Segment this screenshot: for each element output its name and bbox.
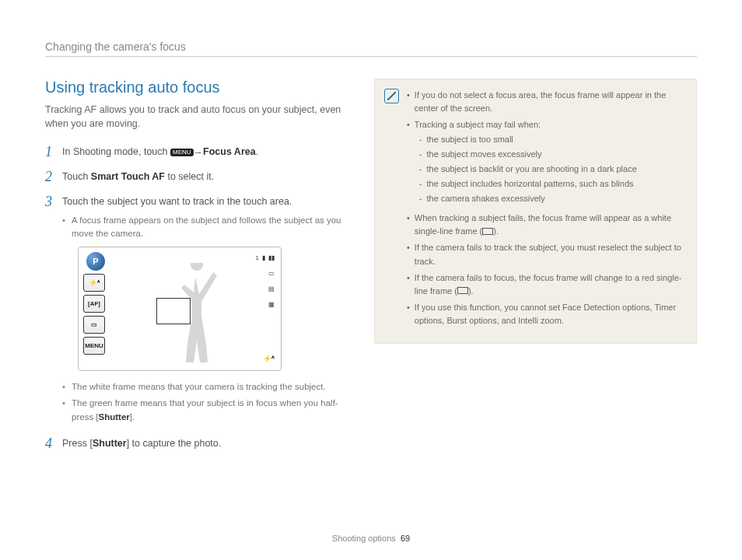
step-3: Touch the subject you want to track in t… (62, 194, 352, 427)
sidebar-af-button: [AF] (83, 295, 105, 313)
intro-text: Tracking AF allows you to track and auto… (45, 103, 352, 131)
arrow-icon: → (194, 145, 204, 160)
sidebar-flash-button: ⚡ᴬ (83, 274, 105, 292)
step-number-1: 1 (45, 145, 56, 160)
left-column: Using tracking auto focus Tracking AF al… (45, 79, 352, 461)
memory-icon: ▮ (262, 254, 265, 263)
step-3-text: Touch the subject you want to track in t… (62, 196, 292, 207)
step-3-sub-3: The green frame means that your subject … (72, 397, 352, 424)
red-frame-icon (457, 287, 468, 294)
menu-icon: MENU (170, 149, 194, 157)
right-column: If you do not select a focus area, the f… (374, 79, 697, 461)
note-6: If you use this function, you cannot set… (415, 301, 685, 327)
note-2a: the subject is too small (427, 133, 513, 146)
format-icon: ▭ (268, 269, 275, 278)
step-3-sub-2: The white frame means that your camera i… (72, 380, 326, 394)
battery-icon: ▮▮ (268, 254, 275, 263)
note-2: Tracking a subject may fail when: the su… (415, 118, 637, 208)
flash-auto-icon: ⚡ᴬ (263, 354, 275, 365)
step-number-2: 2 (45, 170, 56, 185)
note-3: When tracking a subject fails, the focus… (415, 212, 685, 238)
section-header: Changing the camera's focus (45, 40, 697, 57)
footer-section: Shooting options (332, 534, 396, 543)
focus-frame (156, 298, 191, 324)
note-1: If you do not select a focus area, the f… (415, 89, 685, 115)
step-2-text-end: to select it. (165, 171, 214, 182)
note-2d: the subject includes horizontal patterns… (427, 177, 634, 191)
note-box: If you do not select a focus area, the f… (374, 79, 697, 344)
note-5: If the camera fails to focus, the focus … (415, 271, 685, 298)
note-2e: the camera shakes excessively (427, 192, 545, 205)
note-2b: the subject moves excessively (427, 148, 542, 161)
page-title: Using tracking auto focus (45, 79, 352, 96)
page-footer: Shooting options 69 (0, 534, 742, 543)
focus-area-label: Focus Area (203, 146, 256, 157)
step-1: In Shooting mode, touch MENU → Focus Are… (62, 145, 352, 160)
shot-count: 1 (256, 254, 259, 263)
note-4: If the camera fails to track the subject… (415, 241, 685, 268)
step-number-3: 3 (45, 194, 56, 427)
step-number-4: 4 (45, 436, 56, 452)
sidebar-menu-button: MENU (83, 337, 105, 355)
step-1-text-a: In Shooting mode, touch (62, 146, 170, 157)
terrain-icon: ▦ (268, 300, 275, 310)
smart-touch-af-label: Smart Touch AF (91, 171, 165, 182)
mode-p-icon: P (86, 252, 105, 271)
step-3-sub-1: A focus frame appears on the subject and… (72, 214, 352, 241)
step-1-text-end: . (256, 146, 258, 157)
note-2c: the subject is backlit or you are shooti… (427, 163, 637, 176)
white-frame-icon (482, 228, 493, 235)
sidebar-rect-button: ▭ (83, 316, 105, 334)
note-icon (384, 89, 399, 103)
camera-screen-illustration: P ⚡ᴬ [AF] ▭ MENU 1▮▮▮ ▭ ▤ ▦ (78, 247, 282, 371)
step-4: Press [Shutter] to capture the photo. (62, 436, 352, 452)
quality-icon: ▤ (268, 285, 275, 294)
step-2: Touch Smart Touch AF to select it. (62, 170, 352, 185)
page-number: 69 (401, 534, 410, 543)
step-2-text-a: Touch (62, 171, 91, 182)
status-icons: 1▮▮▮ ▭ ▤ ▦ (256, 254, 275, 310)
